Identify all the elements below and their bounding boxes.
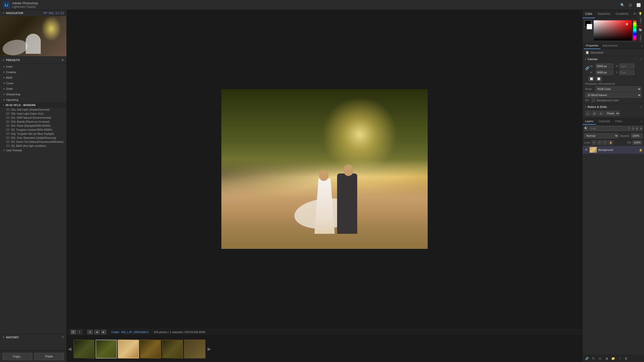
layers-size-icon[interactable]: ⊡: [631, 126, 634, 131]
props-menu-icon[interactable]: ≡: [641, 44, 643, 48]
presets-add-btn[interactable]: +: [62, 58, 64, 62]
canvas-menu-icon[interactable]: ≡: [640, 57, 642, 61]
ruler-h-btn[interactable]: ⊢: [585, 111, 591, 116]
tab-color[interactable]: Color: [583, 10, 595, 18]
layers-color-filter-icon[interactable]: ●: [639, 126, 642, 131]
layer-row-background[interactable]: 👁 Background 🔒: [583, 146, 644, 154]
lock-all-btn[interactable]: 🔒: [608, 140, 613, 145]
layer-visibility-eye[interactable]: 👁: [584, 148, 588, 152]
canvas-width-input[interactable]: [596, 64, 613, 69]
fill-checkbox[interactable]: [592, 99, 595, 102]
ruler-grid-btn[interactable]: ⊞: [592, 111, 597, 116]
layers-fx-icon[interactable]: fx: [635, 126, 638, 131]
vflo-item-7[interactable]: 02h. Over Saturated (Uplight/Dancing): [0, 136, 66, 140]
vflo-item-8[interactable]: 02i. Green Tint (Nature/Fluorescent/Wind…: [0, 140, 66, 144]
tab-properties[interactable]: Properties: [584, 42, 600, 49]
preset-group-color-header[interactable]: ▶ Color: [0, 64, 66, 69]
preset-group-bw-header[interactable]: ▶ B&W: [0, 75, 66, 80]
filmstrip-next-btn[interactable]: ▶: [208, 346, 211, 352]
canvas-portrait-btn[interactable]: ⬜: [588, 76, 594, 81]
zoom-1to1-btn[interactable]: 1:1: [55, 12, 59, 15]
filmstrip-thumb-6[interactable]: [184, 340, 206, 358]
mode-select[interactable]: RGB Color: [595, 86, 641, 92]
canvas-x-input[interactable]: [619, 64, 634, 69]
canvas-height-input[interactable]: [596, 70, 613, 75]
preset-group-grain-header[interactable]: ▶ Grain: [0, 86, 66, 91]
vflo-item-5[interactable]: 02f. Tungsten (Indoor/3000-4000K): [0, 128, 66, 132]
filmstrip-thumb-5[interactable]: [162, 340, 183, 358]
search-icon[interactable]: 🔍: [620, 3, 625, 8]
blend-mode-select[interactable]: Normal: [584, 133, 619, 138]
view-btn-2[interactable]: 2: [77, 330, 82, 334]
vflo-item-1[interactable]: 02b. Hard Light (Open Sun): [0, 112, 66, 116]
filmstrip-thumb-3[interactable]: [118, 340, 139, 358]
lock-px-btn[interactable]: ⊡: [592, 140, 596, 145]
filmstrip-prev-btn[interactable]: ◀: [68, 346, 71, 352]
nav-grid-btn[interactable]: ⊞: [87, 330, 93, 334]
tab-channels[interactable]: Channels: [596, 118, 613, 125]
vflo-item-2[interactable]: 02c. HDR Natural (Environmental): [0, 116, 66, 120]
canvas-landscape-btn[interactable]: ⬜: [596, 76, 602, 81]
layer-delete-btn[interactable]: 🗑: [623, 356, 629, 361]
zoom-fill-btn[interactable]: FILL: [49, 12, 54, 15]
link-icon[interactable]: 🔗: [585, 64, 589, 73]
tab-swatches[interactable]: Swatches: [595, 10, 613, 18]
vflo-item-6[interactable]: 02g. Tungsten Mix (w/ Blue Daylight): [0, 132, 66, 136]
tab-gradients[interactable]: Gradients: [613, 10, 631, 18]
layers-menu-icon[interactable]: ≡: [641, 120, 642, 123]
filmstrip-thumb-2[interactable]: [96, 340, 117, 358]
paste-button[interactable]: Paste: [34, 353, 64, 360]
canvas-y-input[interactable]: [619, 70, 634, 75]
tab-paths[interactable]: Paths: [613, 118, 625, 125]
layer-adjustment-btn[interactable]: ◑: [604, 356, 609, 361]
vflo-item-0[interactable]: 02a. Soft Light (Shade/Overcast): [0, 108, 66, 112]
preset-group-color: ▶ Color: [0, 64, 66, 69]
side-btn-learn[interactable]: 💡 Learn: [636, 10, 644, 25]
lock-move-btn[interactable]: ✛: [597, 140, 602, 145]
tab-layers[interactable]: Layers: [583, 118, 596, 125]
background-swatch[interactable]: [587, 24, 592, 29]
ruler-snap-btn[interactable]: ⊡: [598, 111, 604, 116]
layer-mask-btn[interactable]: ⊡: [597, 356, 603, 361]
layers-filter-icon[interactable]: 🔍: [584, 126, 588, 131]
canvas-header[interactable]: ▼ Canvas ≡: [583, 56, 644, 62]
vflo-item-3[interactable]: 02d. Backlit (Flare/Low Contrast): [0, 120, 66, 124]
user-presets-header[interactable]: ▶ User Presets: [0, 148, 66, 153]
preset-group-curve-header[interactable]: ▶ Curve: [0, 81, 66, 85]
copy-button[interactable]: Copy...: [3, 353, 32, 360]
layer-link-btn[interactable]: 🔗: [584, 356, 590, 361]
preset-group-creative-header[interactable]: ▶ Creative: [0, 70, 66, 74]
side-btn-libraries[interactable]: 📚 Librar...: [636, 26, 644, 43]
rulers-menu-icon[interactable]: ≡: [640, 105, 642, 109]
bits-select[interactable]: 16 Bits/Channel: [585, 93, 641, 98]
preset-group-vignetting-header[interactable]: ▶ Vignetting: [0, 98, 66, 102]
layer-new-btn[interactable]: +: [617, 356, 622, 361]
layer-group-btn[interactable]: 📁: [610, 356, 616, 361]
nav-next-btn[interactable]: ▶: [101, 330, 106, 334]
vflo-item-4[interactable]: 02e. Flash (Daylight/5000-6000K): [0, 124, 66, 128]
zoom-2to1-btn[interactable]: 2:1: [60, 12, 64, 15]
preset-group-sharpening-header[interactable]: ▶ Sharpening: [0, 92, 66, 97]
lock-artboard-btn[interactable]: ⊢: [603, 140, 607, 145]
history-header[interactable]: ▼ History ✕: [0, 334, 66, 340]
opacity-input[interactable]: [631, 133, 642, 138]
fill-opacity-input[interactable]: [632, 140, 642, 145]
nav-prev-btn[interactable]: ◀: [94, 330, 100, 334]
zoom-fit-btn[interactable]: FIT: [44, 12, 47, 15]
vflo-item-9[interactable]: 02j. B&W (Any light condition): [0, 144, 66, 148]
history-close-btn[interactable]: ✕: [62, 336, 64, 339]
layers-search-input[interactable]: [589, 126, 626, 131]
window-icon[interactable]: ⊡: [628, 3, 633, 8]
view-btn-1[interactable]: 1: [70, 330, 76, 334]
filmstrip-thumb-1[interactable]: [73, 340, 95, 358]
maximize-icon[interactable]: ⬜: [636, 3, 641, 8]
rulers-header[interactable]: ▼ Rulers & Grids ≡: [583, 104, 644, 110]
layers-type-icon[interactable]: T: [627, 126, 630, 131]
vflo-group-header[interactable]: ▼ 00-02 VFLO - MODERN: [0, 103, 66, 108]
navigator-header[interactable]: ▼ Navigator FIT FILL 1:1 2:1: [0, 10, 66, 16]
color-gradient[interactable]: [594, 20, 632, 40]
filmstrip-thumb-4[interactable]: [140, 340, 161, 358]
ruler-units-select[interactable]: Pixels: [605, 111, 620, 116]
tab-adjustments[interactable]: Adjustments: [600, 42, 620, 49]
layer-fx-btn[interactable]: fx: [591, 356, 596, 361]
